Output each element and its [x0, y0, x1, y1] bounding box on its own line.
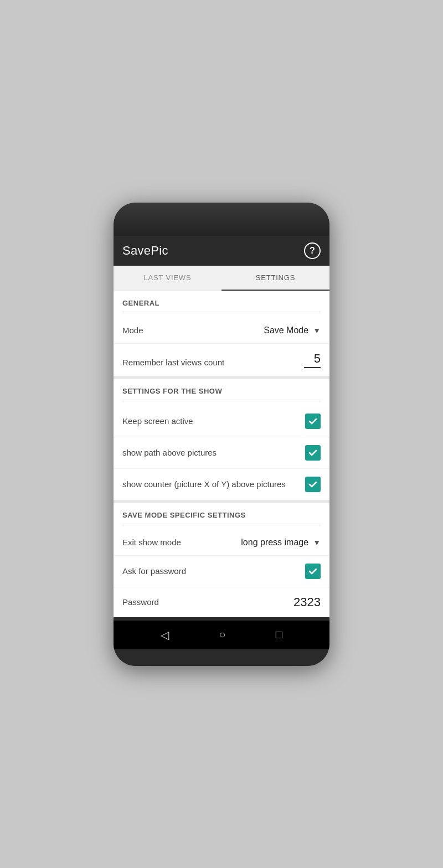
show-counter-row: show counter (picture X of Y) above pict… [114, 469, 329, 500]
general-section-header: GENERAL [114, 291, 329, 318]
show-path-row: show path above pictures [114, 437, 329, 469]
mode-label: Mode [122, 326, 264, 335]
help-button[interactable]: ? [304, 242, 321, 259]
save-mode-title: SAVE MODE SPECIFIC SETTINGS [122, 511, 321, 519]
save-mode-section: SAVE MODE SPECIFIC SETTINGS Exit show mo… [114, 503, 329, 617]
remember-row: Remember last views count 5 [114, 344, 329, 376]
mode-value: Save Mode [264, 326, 308, 335]
show-section: SETTINGS FOR THE SHOW Keep screen active… [114, 379, 329, 500]
password-row: Password 2323 [114, 587, 329, 617]
content-area: GENERAL Mode Save Mode ▼ Remember last v… [114, 291, 329, 617]
show-path-checkbox[interactable] [305, 445, 321, 461]
mode-row: Mode Save Mode ▼ [114, 318, 329, 344]
show-title: SETTINGS FOR THE SHOW [122, 387, 321, 395]
mode-arrow-icon: ▼ [313, 326, 321, 335]
tabs-bar: LAST VIEWS SETTINGS [114, 266, 329, 291]
general-divider [122, 312, 321, 312]
mode-dropdown[interactable]: Save Mode ▼ [264, 326, 321, 335]
app-title: SavePic [122, 244, 168, 258]
exit-mode-dropdown[interactable]: long press image ▼ [241, 538, 321, 547]
show-path-label: show path above pictures [122, 448, 305, 457]
exit-mode-arrow-icon: ▼ [313, 538, 321, 547]
keep-screen-label: Keep screen active [122, 416, 305, 426]
home-button[interactable]: ○ [219, 628, 225, 641]
show-section-header: SETTINGS FOR THE SHOW [114, 379, 329, 406]
back-button[interactable]: ◁ [161, 628, 169, 642]
exit-mode-label: Exit show mode [122, 538, 241, 547]
remember-value[interactable]: 5 [304, 352, 321, 368]
exit-mode-row: Exit show mode long press image ▼ [114, 530, 329, 556]
password-label: Password [122, 597, 293, 607]
save-mode-divider [122, 524, 321, 524]
phone-top-bar [114, 203, 329, 236]
exit-mode-value: long press image [241, 538, 308, 547]
remember-label: Remember last views count [122, 357, 224, 368]
ask-password-row: Ask for password [114, 556, 329, 587]
keep-screen-row: Keep screen active [114, 406, 329, 437]
tab-settings[interactable]: SETTINGS [222, 266, 329, 290]
show-counter-checkbox[interactable] [305, 477, 321, 492]
ask-password-label: Ask for password [122, 566, 305, 576]
tab-last-views[interactable]: LAST VIEWS [114, 266, 222, 290]
ask-password-checkbox[interactable] [305, 564, 321, 579]
phone-device: SavePic ? LAST VIEWS SETTINGS GENERAL Mo… [114, 203, 329, 666]
general-title: GENERAL [122, 299, 321, 307]
app-header: SavePic ? [114, 236, 329, 266]
keep-screen-checkbox[interactable] [305, 414, 321, 429]
save-mode-section-header: SAVE MODE SPECIFIC SETTINGS [114, 503, 329, 530]
show-counter-label: show counter (picture X of Y) above pict… [122, 479, 305, 489]
general-section: GENERAL Mode Save Mode ▼ Remember last v… [114, 291, 329, 376]
phone-bottom-bar [114, 649, 329, 666]
nav-bar: ◁ ○ □ [114, 621, 329, 649]
show-divider [122, 400, 321, 400]
password-value[interactable]: 2323 [293, 595, 321, 609]
recents-button[interactable]: □ [276, 628, 282, 641]
